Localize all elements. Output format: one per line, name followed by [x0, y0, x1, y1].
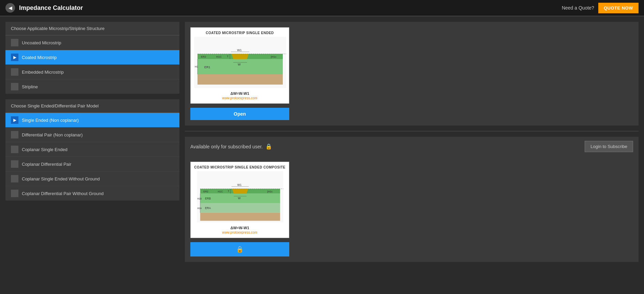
svg-text:W: W [238, 63, 241, 66]
arrow-icon-coplanar-diff-no-ground [11, 190, 18, 197]
arrow-icon-coplanar-single-no-ground [11, 175, 18, 182]
diagram-formula-2: ΔW=W-W1 [194, 226, 286, 230]
svg-text:H1A: H1A [197, 207, 202, 209]
arrow-icon-uncoated [11, 39, 18, 46]
card-section-1: COATED MICROSTRIP SINGLE ENDED ER1 ER2 [185, 22, 639, 126]
subscribed-text-container: Available only for subscribed user. 🔒 [190, 143, 272, 150]
svg-text:H1: H1 [195, 65, 199, 68]
svg-text:ERA: ERA [205, 206, 211, 210]
arrow-icon-single-ended: ▶ [11, 116, 18, 124]
diagram-title-2: COATED MICROSTRIP SINGLE ENDED COMPOSITE [194, 165, 286, 169]
topbar-right: Need a Quote? QUOTE NOW [562, 3, 639, 13]
svg-text:T: T [227, 55, 229, 58]
diagram-svg-1: ER1 ER2 H1C W W1 [194, 37, 286, 88]
open-button[interactable]: Open [190, 108, 289, 120]
arrow-icon-coplanar-single [11, 146, 18, 153]
svg-text:H1C: H1C [218, 190, 223, 193]
svg-rect-19 [200, 213, 280, 221]
arrow-icon-stripline [11, 83, 18, 90]
svg-marker-32 [232, 189, 248, 194]
diagram-card-1: COATED MICROSTRIP SINGLE ENDED ER1 ER2 [190, 27, 289, 104]
svg-rect-20 [200, 203, 280, 213]
svg-text:W1: W1 [237, 48, 242, 52]
subscribed-label: Available only for subscribed user. [190, 144, 263, 149]
diagram-title-1: COATED MICROSTRIP SINGLE ENDED [194, 31, 286, 35]
svg-text:ERB: ERB [205, 197, 211, 200]
diagram-card-2: COATED MICROSTRIP SINGLE ENDED COMPOSITE… [190, 162, 289, 238]
main-layout: Choose Applicable Microstrip/Stripline S… [0, 16, 644, 294]
left-panel: Choose Applicable Microstrip/Stripline S… [5, 22, 179, 289]
model-item-coplanar-single-no-ground[interactable]: Coplanar Single Ended Without Ground [5, 172, 179, 186]
svg-text:W1: W1 [237, 183, 242, 187]
structure-section-header: Choose Applicable Microstrip/Stripline S… [5, 22, 179, 35]
svg-rect-1 [197, 74, 283, 85]
structure-label-embedded: Embedded Microstrip [22, 70, 64, 75]
svg-text:T: T [228, 190, 229, 193]
model-label-coplanar-diff-no-ground: Coplanar Differential Pair Without Groun… [22, 191, 104, 196]
structure-section: Choose Applicable Microstrip/Stripline S… [5, 22, 179, 94]
diagram-formula-1: ΔW=W-W1 [194, 91, 286, 95]
quote-now-button[interactable]: QUOTE NOW [598, 3, 639, 13]
need-quote-label: Need a Quote? [562, 5, 594, 11]
active-arrow: ▶ [13, 55, 16, 60]
active-arrow-model: ▶ [13, 118, 16, 122]
lock-icon-bar: 🔒 [265, 143, 272, 150]
right-panel: COATED MICROSTRIP SINGLE ENDED ER1 ER2 [185, 22, 639, 289]
structure-item-stripline[interactable]: Stripline [5, 79, 179, 94]
arrow-icon-coplanar-diff [11, 160, 18, 168]
login-subscribe-button[interactable]: Login to Subscribe [585, 141, 633, 152]
page-title: Impedance Calculator [19, 4, 83, 12]
arrow-icon-coated: ▶ [11, 54, 18, 61]
model-label-coplanar-single: Coplanar Single Ended [22, 147, 68, 152]
back-button[interactable]: ◀ [5, 3, 15, 13]
model-item-single-ended[interactable]: ▶ Single Ended (Non coplanar) [5, 113, 179, 128]
lock-icon-button: 🔒 [236, 246, 244, 253]
structure-item-coated[interactable]: ▶ Coated Microstrip [5, 50, 179, 65]
model-label-diff-pair: Differential Pair (Non coplanar) [22, 132, 83, 137]
arrow-icon-diff-pair [11, 131, 18, 138]
topbar-left: ◀ Impedance Calculator [5, 3, 83, 13]
model-label-coplanar-diff: Coplanar Differential Pair [22, 162, 71, 167]
locked-button[interactable]: 🔒 [190, 242, 289, 256]
model-label-single-ended: Single Ended (Non coplanar) [22, 118, 79, 123]
structure-label-stripline: Stripline [22, 84, 38, 89]
model-item-diff-pair[interactable]: Differential Pair (Non coplanar) [5, 128, 179, 142]
diagram-url-2: www.protoexpress.com [194, 231, 286, 234]
structure-item-uncoated[interactable]: Uncoated Microstrip [5, 35, 179, 50]
svg-text:[H1c: [H1c [267, 190, 273, 193]
topbar: ◀ Impedance Calculator Need a Quote? QUO… [0, 0, 644, 16]
diagram-svg-2: ERA H1A ERB H1B ER2 H1C [H1c [194, 171, 286, 222]
svg-text:[H1c: [H1c [271, 55, 276, 58]
structure-item-embedded[interactable]: Embedded Microstrip [5, 65, 179, 79]
svg-text:H1B: H1B [197, 197, 202, 200]
svg-text:ER1: ER1 [204, 65, 210, 69]
model-item-coplanar-diff-no-ground[interactable]: Coplanar Differential Pair Without Groun… [5, 186, 179, 201]
svg-text:ER2: ER2 [203, 190, 208, 193]
structure-label-uncoated: Uncoated Microstrip [22, 40, 61, 45]
svg-text:W: W [238, 196, 240, 200]
subscribed-bar: Available only for subscribed user. 🔒 Lo… [185, 137, 639, 156]
model-section: Choose Single Ended/Differential Pair Mo… [5, 99, 179, 201]
svg-text:ER2: ER2 [201, 55, 206, 58]
model-item-coplanar-diff[interactable]: Coplanar Differential Pair [5, 157, 179, 172]
arrow-icon-embedded [11, 68, 18, 76]
diagram-url-1: www.protoexpress.com [194, 96, 286, 100]
svg-text:H1C: H1C [216, 55, 222, 58]
model-item-coplanar-single[interactable]: Coplanar Single Ended [5, 142, 179, 157]
svg-marker-7 [232, 54, 249, 59]
section-divider [185, 131, 639, 131]
back-icon: ◀ [9, 5, 12, 11]
model-section-header: Choose Single Ended/Differential Pair Mo… [5, 99, 179, 113]
locked-card-section: COATED MICROSTRIP SINGLE ENDED COMPOSITE… [185, 156, 639, 262]
model-label-coplanar-single-no-ground: Coplanar Single Ended Without Ground [22, 176, 100, 181]
structure-label-coated: Coated Microstrip [22, 55, 57, 60]
